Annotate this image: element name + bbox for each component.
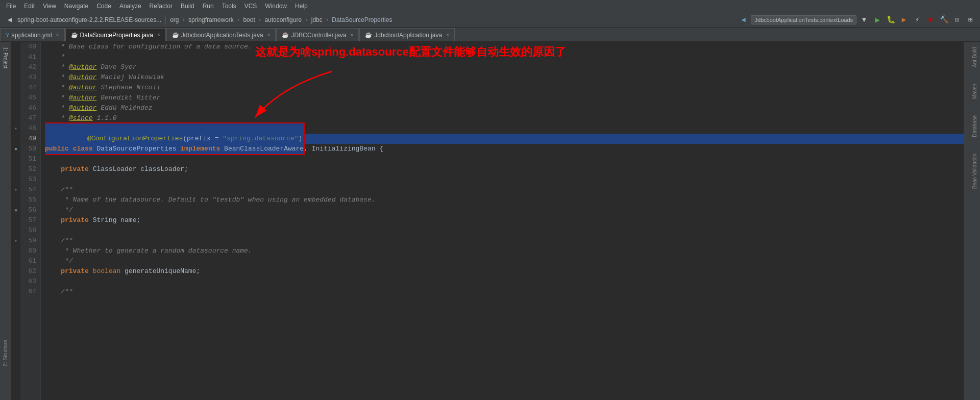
linenum-42: 42 [22, 62, 38, 72]
gutter-55 [11, 195, 20, 205]
toolbar-back-btn[interactable]: ◀ [4, 14, 15, 26]
menu-build[interactable]: Build [177, 2, 199, 11]
gutter-63 [11, 277, 20, 287]
gutter-64 [11, 287, 20, 297]
menu-vcs[interactable]: VCS [240, 2, 261, 11]
gutter-53 [11, 174, 20, 185]
tab-label-application: JdbcbootApplication.java [374, 32, 442, 39]
editor-tabs: Y application.yml × ☕ DataSourceProperti… [0, 28, 980, 42]
linenum-48: 48 [22, 123, 38, 134]
tab-application-yml[interactable]: Y application.yml × [0, 28, 65, 41]
java-icon-tests: ☕ [172, 32, 179, 38]
menu-navigate[interactable]: Navigate [60, 2, 92, 11]
linenum-59: 59 [22, 236, 38, 246]
code-line-63 [45, 277, 964, 287]
maven-panel[interactable]: Maven [971, 81, 978, 102]
navigate-back-btn[interactable]: ◀ [738, 14, 749, 26]
stop-button[interactable]: ■ [925, 14, 936, 26]
code-line-47: * @since 1.1.0 [45, 113, 964, 123]
code-line-51 [45, 154, 964, 164]
gutter-58 [11, 226, 20, 236]
breadcrumb-jdbc[interactable]: jdbc [311, 16, 323, 23]
debug-button[interactable]: 🐛 [885, 14, 896, 26]
breadcrumb-autoconfigure[interactable]: autoconfigure [264, 16, 302, 23]
gutter-57 [11, 215, 20, 226]
gutter-47 [11, 113, 20, 123]
tab-datasource-properties[interactable]: ☕ DataSourceProperties.java × [65, 28, 166, 41]
gutter-48[interactable]: ▾ [11, 123, 20, 134]
restore-button[interactable]: ⊞ [965, 14, 976, 26]
line-numbers: 40 41 42 43 44 45 46 47 48 49 50 51 52 5… [20, 42, 41, 400]
run-button[interactable]: ▶ [872, 14, 883, 26]
menu-window[interactable]: Window [261, 2, 291, 11]
breadcrumb-springframework[interactable]: springframework [188, 16, 234, 23]
code-line-55: * Name of the datasource. Default to "te… [45, 195, 964, 205]
gutter-56[interactable]: ◾ [11, 205, 20, 215]
menu-edit[interactable]: Edit [20, 2, 39, 11]
linenum-53: 53 [22, 174, 38, 185]
tab-jdbcboot-tests[interactable]: ☕ JdbcbootApplicationTests.java × [166, 28, 276, 41]
menu-refactor[interactable]: Refactor [145, 2, 177, 11]
tab-close-controller[interactable]: × [350, 32, 353, 38]
breadcrumb-org[interactable]: org [170, 16, 179, 23]
gutter-50[interactable]: ● [11, 144, 20, 154]
database-panel[interactable]: Database [971, 112, 978, 140]
ant-build-panel[interactable]: Ant Build [971, 44, 978, 70]
gutter-43 [11, 72, 20, 83]
structure-btn[interactable]: Z: Structure [2, 337, 9, 369]
maximize-button[interactable]: ⊡ [951, 14, 963, 26]
tab-close-application-yml[interactable]: × [56, 32, 59, 38]
gutter-60 [11, 246, 20, 256]
editor-area[interactable]: ▾ ● ▾ ◾ ▾ 40 41 42 43 44 45 46 [11, 42, 969, 400]
bean-validation-panel[interactable]: Bean Validation [971, 151, 978, 192]
gutter-62 [11, 266, 20, 277]
tab-close-tests[interactable]: × [267, 32, 271, 38]
coverage-button[interactable]: ▶ [898, 14, 910, 26]
dropdown-btn[interactable]: ▼ [859, 14, 870, 26]
menu-view[interactable]: View [39, 2, 60, 11]
code-line-59: /** [45, 236, 964, 246]
menu-run[interactable]: Run [199, 2, 218, 11]
java-icon-controller: ☕ [282, 32, 289, 38]
tab-label-controller: JDBCController.java [291, 32, 346, 39]
code-editor[interactable]: 这就是为啥spring.datasource配置文件能够自动生效的原因了 * B… [41, 42, 964, 400]
gutter-54[interactable]: ▾ [11, 185, 20, 195]
code-line-53 [45, 174, 964, 185]
gutter-40 [11, 42, 20, 52]
code-line-57: private String name; [45, 215, 964, 226]
linenum-57: 57 [22, 215, 38, 226]
code-line-58 [45, 226, 964, 236]
menu-help[interactable]: Help [291, 2, 312, 11]
tab-close-application[interactable]: × [446, 32, 449, 38]
menu-tools[interactable]: Tools [218, 2, 240, 11]
tab-jdbc-controller[interactable]: ☕ JDBCController.java × [276, 28, 359, 41]
linenum-64: 64 [22, 287, 38, 297]
toolbar: ◀ spring-boot-autoconfigure-2.2.2.RELEAS… [0, 12, 980, 28]
structure-sidebar: Z: Structure [0, 337, 11, 369]
vertical-scrollbar[interactable] [964, 42, 969, 400]
linenum-40: 40 [22, 42, 38, 52]
tab-label-application-yml: application.yml [11, 32, 52, 39]
build-button[interactable]: 🔨 [938, 14, 949, 26]
profile-button[interactable]: ⚡ [912, 14, 923, 26]
gutter-59[interactable]: ▾ [11, 236, 20, 246]
project-panel-btn[interactable]: 1: Project [2, 44, 9, 71]
code-line-56: */ [45, 205, 964, 215]
code-line-40: * Base class for configuration of a data… [45, 42, 964, 52]
linenum-60: 60 [22, 246, 38, 256]
code-line-44: * @author Stephane Nicoll [45, 83, 964, 93]
linenum-52: 52 [22, 164, 38, 174]
code-line-52: private ClassLoader classLoader; [45, 164, 964, 174]
tab-close-datasource[interactable]: × [157, 32, 160, 38]
gutter-41 [11, 52, 20, 62]
code-line-43: * @author Maciej Walkowiak [45, 72, 964, 83]
java-icon-application: ☕ [365, 32, 372, 38]
breadcrumb-boot[interactable]: boot [243, 16, 255, 23]
menu-code[interactable]: Code [92, 2, 115, 11]
menu-file[interactable]: File [2, 2, 20, 11]
code-line-42: * @author Dave Syer [45, 62, 964, 72]
tab-jdbcboot-application[interactable]: ☕ JdbcbootApplication.java × [359, 28, 455, 41]
menu-analyze[interactable]: Analyze [115, 2, 145, 11]
linenum-43: 43 [22, 72, 38, 83]
run-configuration[interactable]: JdbcbootApplicationTests.contextLoads [751, 15, 856, 24]
